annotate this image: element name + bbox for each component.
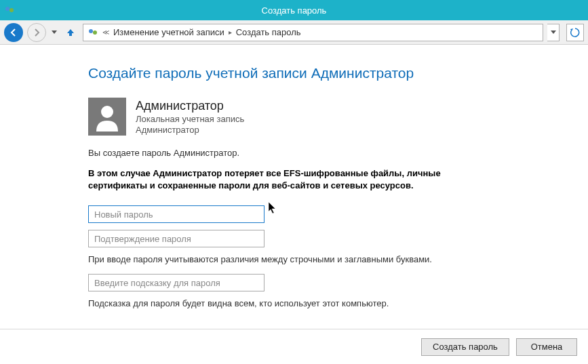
intro-text: Вы создаете пароль Администратор.: [88, 148, 588, 158]
svg-point-0: [5, 7, 9, 11]
svg-point-4: [101, 106, 113, 118]
history-dropdown[interactable]: [50, 24, 58, 41]
new-password-input[interactable]: [88, 205, 264, 223]
user-info-block: Администратор Локальная учетная запись А…: [88, 98, 588, 136]
svg-point-2: [89, 29, 93, 33]
breadcrumb[interactable]: ≪ Изменение учетной записи ▸ Создать пар…: [83, 24, 543, 41]
confirm-password-input[interactable]: [88, 230, 264, 247]
warning-text: В этом случае Администратор потеряет все…: [88, 167, 495, 192]
user-name: Администратор: [136, 99, 244, 113]
footer-actions: Создать пароль Отмена: [0, 329, 588, 364]
user-role: Администратор: [136, 125, 244, 135]
navigation-bar: ≪ Изменение учетной записи ▸ Создать пар…: [0, 20, 588, 45]
titlebar: Создать пароль: [0, 0, 588, 20]
breadcrumb-dropdown[interactable]: [547, 24, 560, 41]
breadcrumb-item[interactable]: Изменение учетной записи: [113, 27, 224, 37]
back-button[interactable]: [4, 23, 23, 42]
page-title: Создайте пароль учетной записи Администр…: [88, 65, 588, 81]
case-sensitivity-hint: При вводе пароля учитываются различия ме…: [88, 254, 588, 264]
create-password-button[interactable]: Создать пароль: [421, 338, 509, 356]
up-button[interactable]: [62, 24, 79, 41]
refresh-button[interactable]: [566, 24, 584, 41]
svg-point-1: [9, 8, 14, 12]
window-title: Создать пароль: [262, 5, 327, 16]
svg-point-3: [93, 31, 97, 35]
chevron-right-icon: ▸: [229, 28, 232, 36]
user-accounts-icon: [87, 27, 98, 38]
cancel-button[interactable]: Отмена: [516, 338, 577, 356]
user-accounts-icon: [4, 5, 15, 16]
forward-button[interactable]: [27, 23, 46, 42]
user-account-type: Локальная учетная запись: [136, 114, 244, 124]
avatar: [88, 98, 126, 136]
password-hint-input[interactable]: [88, 274, 264, 291]
chevron-left-icon: ≪: [102, 28, 109, 36]
breadcrumb-item[interactable]: Создать пароль: [236, 27, 301, 37]
user-meta: Администратор Локальная учетная запись А…: [136, 98, 244, 136]
content-area: Создайте пароль учетной записи Администр…: [0, 45, 588, 329]
hint-visibility-text: Подсказка для пароля будет видна всем, к…: [88, 298, 588, 308]
cursor-icon: [269, 202, 278, 217]
